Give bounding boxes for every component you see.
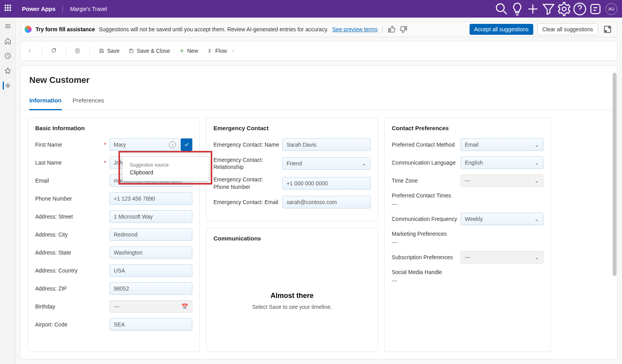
input-ec-phone[interactable]: +1 000 000 0000 — [282, 177, 371, 190]
form-assist-icon[interactable] — [75, 48, 81, 54]
comms-empty-heading: Almost there — [221, 292, 363, 300]
label-pref-method: Preferred Contact Method — [392, 142, 458, 148]
select-pref-method[interactable]: Email⌄ — [461, 138, 543, 151]
label-email: Email — [35, 178, 102, 184]
settings-icon[interactable] — [556, 0, 572, 18]
environment-name[interactable]: Margie's Travel — [70, 6, 107, 12]
section-title-emergency: Emergency Contact — [213, 125, 371, 131]
app-title: Power Apps — [22, 5, 56, 12]
input-zip[interactable]: 98052 — [109, 282, 192, 295]
thumbs-down-icon[interactable] — [400, 25, 408, 34]
label-state: Address: State — [35, 249, 102, 256]
lightbulb-icon[interactable] — [509, 0, 525, 18]
form-fill-notice: Try form fill assistance Suggestions wil… — [20, 22, 617, 37]
section-title-basic: Basic Information — [35, 125, 192, 131]
label-city: Address: City — [35, 231, 102, 238]
select-pref-freq[interactable]: Weekly⌄ — [461, 213, 543, 225]
notice-title: Try form fill assistance — [36, 26, 95, 32]
divider — [63, 5, 63, 13]
user-avatar[interactable]: AU — [606, 3, 617, 15]
preview-terms-link[interactable]: See preview terms — [332, 26, 378, 32]
label-ec-phone: Emergency Contact: Phone Number — [213, 176, 280, 190]
input-airport[interactable]: SEA — [109, 318, 192, 331]
label-birthday: Birthday — [35, 303, 102, 310]
left-nav-rail — [0, 18, 16, 364]
open-in-new-icon[interactable] — [51, 48, 57, 54]
select-pref-lang[interactable]: English⌄ — [461, 156, 543, 169]
input-street[interactable]: 1 Microsoft Way — [109, 210, 192, 223]
label-pref-freq: Communication Frequency — [392, 216, 458, 222]
label-country: Address: Country — [35, 267, 102, 274]
app-launcher-icon[interactable] — [5, 5, 13, 13]
section-communications: Communications Almost there Select Save … — [206, 228, 378, 352]
select-pref-tz[interactable]: ---⌄ — [461, 174, 543, 187]
label-street: Address: Street — [35, 213, 102, 220]
section-basic-info: Basic Information First Name* Mary i Las… — [28, 117, 200, 352]
svg-point-4 — [562, 7, 566, 11]
input-birthday[interactable]: ---📅 — [109, 300, 192, 313]
save-button[interactable]: Save — [99, 48, 120, 54]
expand-notice-icon[interactable] — [602, 24, 613, 35]
input-phone[interactable]: +1 123 456 7890 — [109, 192, 192, 205]
info-icon[interactable]: i — [169, 141, 176, 148]
search-icon[interactable] — [494, 0, 509, 18]
svg-line-1 — [504, 11, 507, 14]
label-pref-marketing: Marketing Preferences — [392, 231, 447, 237]
label-first-name: First Name — [35, 142, 102, 148]
pin-icon[interactable] — [4, 67, 12, 75]
label-airport: Airport: Code — [35, 321, 102, 328]
accept-suggestion-button[interactable] — [181, 138, 192, 151]
required-indicator: * — [104, 142, 107, 148]
section-contact-prefs: Contact Preferences Preferred Contact Me… — [384, 117, 551, 352]
menu-icon[interactable] — [4, 22, 12, 30]
svg-rect-14 — [52, 49, 55, 52]
input-state[interactable]: Washington — [109, 246, 192, 259]
home-icon[interactable] — [4, 37, 12, 45]
label-ec-relationship: Emergency Contact: Relationship — [213, 156, 280, 170]
label-zip: Address: ZIP — [35, 285, 102, 292]
thumbs-up-icon[interactable] — [387, 25, 396, 34]
recent-icon[interactable] — [4, 52, 12, 60]
clear-all-button[interactable]: Clear all suggestions — [537, 23, 598, 35]
value-pref-times: --- — [392, 201, 397, 207]
page-title: New Customer — [29, 75, 608, 85]
help-icon[interactable] — [572, 0, 588, 18]
required-indicator: * — [104, 160, 107, 166]
select-pref-subs[interactable]: ---⌄ — [461, 251, 543, 264]
label-phone: Phone Number — [35, 195, 102, 202]
add-icon[interactable] — [525, 0, 541, 18]
column-middle: Emergency Contact Emergency Contact: Nam… — [206, 117, 378, 352]
label-pref-lang: Communication Language — [392, 160, 458, 166]
new-button[interactable]: New — [179, 48, 198, 54]
back-button[interactable] — [27, 48, 33, 54]
save-close-button[interactable]: Save & Close — [128, 48, 170, 54]
input-ec-name[interactable]: Sarah Davis — [282, 138, 371, 151]
tab-preferences[interactable]: Preferences — [73, 97, 104, 110]
globe-icon[interactable] — [3, 82, 11, 90]
select-ec-relationship[interactable]: Friend⌄ — [282, 157, 371, 170]
tab-information[interactable]: Information — [29, 97, 62, 110]
page-container: New Customer Information Preferences Bas… — [20, 65, 617, 359]
chevron-down-icon: ⌄ — [534, 142, 539, 148]
flow-button[interactable]: Flow — [207, 48, 236, 54]
input-ec-email[interactable]: sarah@contoso.com — [282, 196, 371, 208]
value-pref-social: --- — [392, 278, 397, 284]
chevron-down-icon: ⌄ — [534, 178, 539, 184]
scrollbar[interactable] — [613, 110, 617, 352]
input-city[interactable]: Redmond — [109, 228, 192, 241]
label-pref-tz: Time Zone — [392, 178, 458, 184]
value-pref-marketing: --- — [392, 239, 397, 246]
form-tabs: Information Preferences — [21, 97, 617, 110]
calendar-icon[interactable]: 📅 — [181, 303, 188, 310]
form-area: Basic Information First Name* Mary i Las… — [21, 110, 617, 359]
filter-icon[interactable] — [541, 0, 556, 18]
label-pref-times: Preferred Contact Times — [392, 192, 451, 199]
input-country[interactable]: USA — [109, 264, 192, 277]
tooltip-value: Clipboard — [130, 169, 202, 176]
accept-all-button[interactable]: Accept all suggestions — [470, 24, 533, 35]
assistant-icon[interactable] — [588, 0, 603, 18]
section-emergency: Emergency Contact Emergency Contact: Nam… — [206, 117, 378, 221]
chevron-down-icon: ⌄ — [534, 160, 539, 166]
chevron-down-icon: ⌄ — [534, 254, 539, 260]
label-pref-social: Social Media Handle — [392, 269, 442, 275]
